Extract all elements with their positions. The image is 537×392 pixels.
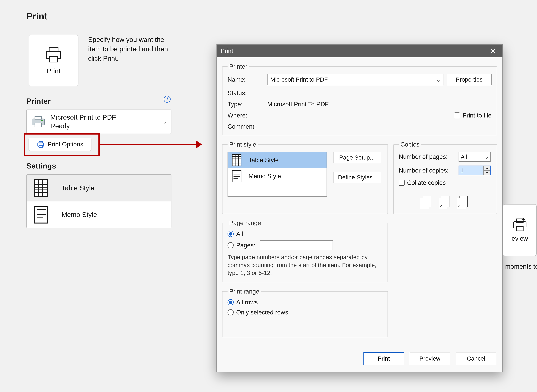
define-styles-button[interactable]: Define Styles.. <box>333 172 380 183</box>
print-range-all-rows-radio[interactable]: All rows <box>228 299 382 306</box>
svg-rect-23 <box>232 154 241 166</box>
annotation-arrow <box>100 144 197 145</box>
settings-item-label: Memo Style <box>62 211 97 219</box>
moments-text: moments to <box>505 263 537 270</box>
num-copies-value: 1 <box>459 166 483 175</box>
checkbox-icon <box>454 112 460 118</box>
spinner-down-icon[interactable]: ▼ <box>484 170 490 175</box>
svg-rect-30 <box>232 170 241 182</box>
page-range-pages-radio[interactable]: Pages: <box>228 240 382 250</box>
svg-rect-8 <box>39 141 43 143</box>
dialog-cancel-button[interactable]: Cancel <box>456 352 496 365</box>
name-label: Name: <box>228 76 264 83</box>
num-copies-label: Number of copies: <box>399 167 455 174</box>
copies-fieldset: Copies Number of pages: All ⌄ Number of … <box>393 141 497 214</box>
print-style-fieldset: Print style Table Style <box>222 141 388 214</box>
properties-button[interactable]: Properties <box>447 74 492 85</box>
chevron-down-icon: ⌄ <box>483 152 490 161</box>
svg-point-6 <box>41 120 43 121</box>
type-value: Microsoft Print To PDF <box>267 101 443 108</box>
style-item-table[interactable]: Table Style <box>228 152 327 168</box>
svg-rect-0 <box>49 47 58 51</box>
memo-style-icon <box>33 205 49 224</box>
memo-style-icon <box>232 170 242 182</box>
radio-icon <box>228 242 234 248</box>
style-item-memo[interactable]: Memo Style <box>228 168 327 184</box>
printer-name-value: Microsoft Print to PDF <box>270 76 328 83</box>
print-help-text: Specify how you want the item to be prin… <box>88 35 172 63</box>
printer-legend: Printer <box>228 63 249 70</box>
page-setup-button[interactable]: Page Setup... <box>333 152 380 163</box>
page-range-all-radio[interactable]: All <box>228 230 382 237</box>
info-icon[interactable]: i <box>164 96 171 103</box>
annotation-arrowhead <box>196 140 202 149</box>
settings-item-label: Table Style <box>62 184 94 192</box>
table-style-icon <box>33 179 49 197</box>
radio-icon <box>228 299 234 305</box>
style-item-label: Table Style <box>248 157 279 163</box>
page-range-all-label: All <box>236 230 243 237</box>
svg-rect-2 <box>50 56 57 62</box>
all-rows-label: All rows <box>236 299 258 306</box>
dialog-preview-button[interactable]: Preview <box>410 352 450 365</box>
settings-item-memo-style[interactable]: Memo Style <box>27 201 171 228</box>
printer-status: Ready <box>50 122 116 130</box>
radio-icon <box>228 309 234 315</box>
svg-rect-5 <box>35 123 42 127</box>
printer-icon <box>44 46 63 63</box>
status-label: Status: <box>228 89 264 97</box>
only-selected-label: Only selected rows <box>236 309 288 316</box>
num-pages-value: All <box>461 154 467 160</box>
collate-checkbox[interactable]: Collate copies <box>399 179 492 186</box>
printer-fieldset: Printer Name: Microsoft Print to PDF ⌄ P… <box>222 63 497 135</box>
print-button[interactable]: Print <box>29 35 78 86</box>
copies-legend: Copies <box>399 141 421 148</box>
printer-small-icon <box>30 115 46 128</box>
collate-illustration: 11 22 33 <box>399 196 492 209</box>
settings-style-list: Table Style Memo Style <box>26 174 171 228</box>
where-label: Where: <box>228 112 264 119</box>
svg-rect-37 <box>516 227 523 231</box>
num-pages-label: Number of pages: <box>399 153 455 160</box>
table-style-icon <box>232 154 242 166</box>
print-button-label: Print <box>47 67 61 75</box>
checkbox-icon <box>399 180 404 186</box>
printer-name-select[interactable]: Microsoft Print to PDF ⌄ <box>267 74 443 85</box>
print-dialog: Print ✕ Printer Name: Microsoft Print to… <box>216 44 503 372</box>
print-range-selected-rows-radio[interactable]: Only selected rows <box>228 309 382 316</box>
page-range-pages-label: Pages: <box>236 242 255 249</box>
svg-rect-4 <box>35 116 42 119</box>
comment-label: Comment: <box>228 123 264 130</box>
print-range-fieldset: Print range All rows Only selected rows <box>222 288 388 337</box>
num-copies-spinner[interactable]: 1 ▲ ▼ <box>459 166 491 175</box>
close-button[interactable]: ✕ <box>487 47 499 56</box>
print-options-button[interactable]: Print Options <box>29 138 91 151</box>
print-style-legend: Print style <box>228 141 258 148</box>
dialog-titlebar: Print ✕ <box>217 45 503 57</box>
dialog-title: Print <box>221 47 233 55</box>
preview-toggle[interactable]: eview <box>503 204 537 256</box>
num-pages-select[interactable]: All ⌄ <box>459 152 491 162</box>
print-range-legend: Print range <box>228 288 261 295</box>
settings-heading: Settings <box>26 162 56 170</box>
print-to-file-checkbox[interactable]: Print to file <box>447 112 492 119</box>
spinner-up-icon[interactable]: ▲ <box>484 166 490 170</box>
printer-heading: Printer <box>26 97 51 105</box>
preview-toggle-label: eview <box>512 235 528 242</box>
page-range-hint: Type page numbers and/or page ranges sep… <box>228 253 382 277</box>
print-to-file-label: Print to file <box>462 112 492 119</box>
type-label: Type: <box>228 101 264 108</box>
collate-label: Collate copies <box>407 179 446 186</box>
style-item-label: Memo Style <box>248 173 281 180</box>
page-title: Print <box>26 11 47 22</box>
radio-icon <box>228 231 234 237</box>
pages-input[interactable] <box>260 240 333 250</box>
printer-preview-icon <box>512 218 527 232</box>
printer-dropdown[interactable]: Microsoft Print to PDF Ready ⌄ <box>26 110 171 134</box>
settings-item-table-style[interactable]: Table Style <box>27 175 171 201</box>
svg-rect-9 <box>39 145 43 148</box>
chevron-down-icon: ⌄ <box>433 74 443 85</box>
dialog-print-button[interactable]: Print <box>363 352 404 365</box>
printer-selected-name: Microsoft Print to PDF <box>50 113 116 122</box>
page-range-fieldset: Page range All Pages: Type page numbers … <box>222 219 388 282</box>
